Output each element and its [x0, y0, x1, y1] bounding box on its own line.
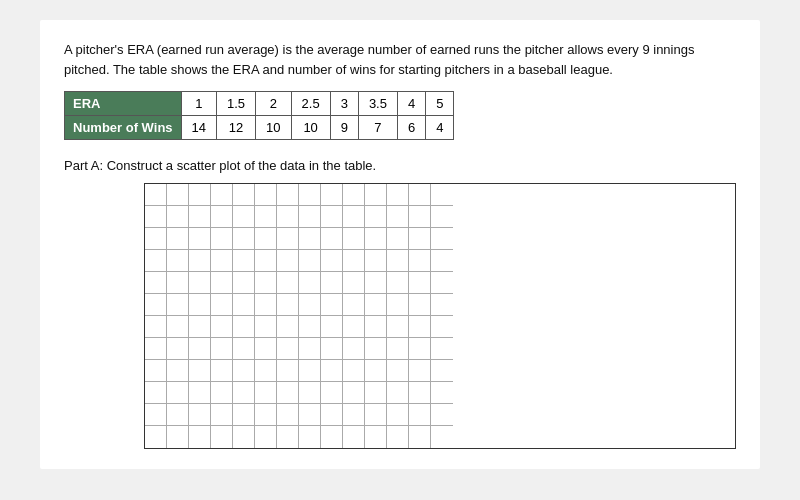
grid-cell	[167, 338, 189, 360]
grid-cell	[189, 316, 211, 338]
grid-cell	[189, 382, 211, 404]
grid-cell	[387, 338, 409, 360]
grid-cell	[167, 360, 189, 382]
wins-val-5: 9	[330, 116, 358, 140]
grid-cell	[167, 184, 189, 206]
wins-val-4: 10	[291, 116, 330, 140]
scatter-plot-grid	[144, 183, 736, 449]
grid-cell	[431, 338, 453, 360]
grid-cell	[167, 206, 189, 228]
wins-val-2: 12	[217, 116, 256, 140]
grid-cell	[321, 206, 343, 228]
grid-cell	[409, 338, 431, 360]
grid-cell	[409, 184, 431, 206]
grid-cell	[211, 404, 233, 426]
grid-cell	[255, 426, 277, 448]
grid-cell	[387, 184, 409, 206]
grid-cell	[409, 404, 431, 426]
grid-cell	[409, 360, 431, 382]
grid-cell	[321, 294, 343, 316]
grid-cell	[277, 404, 299, 426]
grid-cell	[409, 316, 431, 338]
grid-cell	[167, 250, 189, 272]
grid-cell	[211, 250, 233, 272]
grid-cell	[431, 228, 453, 250]
grid-cell	[189, 206, 211, 228]
grid-cell	[409, 294, 431, 316]
grid-cell	[387, 426, 409, 448]
grid-cell	[145, 272, 167, 294]
grid-cell	[277, 184, 299, 206]
grid-cell	[299, 294, 321, 316]
grid-cell	[277, 250, 299, 272]
grid-cell	[167, 228, 189, 250]
grid-cell	[299, 316, 321, 338]
grid-cell	[299, 250, 321, 272]
grid-cell	[277, 294, 299, 316]
grid-cell	[409, 382, 431, 404]
grid-cell	[277, 206, 299, 228]
grid-cell	[255, 404, 277, 426]
grid-cell	[255, 360, 277, 382]
grid-cell	[343, 250, 365, 272]
grid-cell	[431, 316, 453, 338]
grid-cell	[255, 228, 277, 250]
era-header: ERA	[65, 92, 182, 116]
era-val-4: 2.5	[291, 92, 330, 116]
grid-cell	[387, 250, 409, 272]
grid-cell	[189, 272, 211, 294]
grid-cell	[255, 206, 277, 228]
grid-cell	[431, 426, 453, 448]
grid-cell	[233, 426, 255, 448]
grid-cell	[211, 426, 233, 448]
grid-cell	[343, 426, 365, 448]
grid-cell	[431, 206, 453, 228]
grid-cell	[343, 294, 365, 316]
grid-cell	[365, 404, 387, 426]
grid-cell	[321, 426, 343, 448]
grid-cell	[387, 316, 409, 338]
grid-cell	[321, 404, 343, 426]
grid-cell	[343, 382, 365, 404]
table-row-wins: Number of Wins 14 12 10 10 9 7 6 4	[65, 116, 454, 140]
grid-cell	[431, 404, 453, 426]
grid-cell	[343, 360, 365, 382]
grid-cell	[365, 250, 387, 272]
grid-cell	[299, 404, 321, 426]
grid-cell	[277, 228, 299, 250]
grid-cell	[233, 206, 255, 228]
grid-cell	[145, 382, 167, 404]
grid-cell	[431, 360, 453, 382]
grid-cell	[365, 184, 387, 206]
grid-cell	[321, 360, 343, 382]
grid-cell	[189, 338, 211, 360]
grid-cell	[343, 404, 365, 426]
part-a-label: Part A: Construct a scatter plot of the …	[64, 158, 736, 173]
table-row-era: ERA 1 1.5 2 2.5 3 3.5 4 5	[65, 92, 454, 116]
grid-cell	[189, 426, 211, 448]
grid-cell	[255, 382, 277, 404]
grid-cell	[255, 294, 277, 316]
grid-cell	[321, 272, 343, 294]
grid-cell	[387, 382, 409, 404]
era-val-1: 1	[181, 92, 216, 116]
intro-text: A pitcher's ERA (earned run average) is …	[64, 40, 736, 79]
grid-cell	[365, 360, 387, 382]
grid-cell	[255, 316, 277, 338]
page: A pitcher's ERA (earned run average) is …	[40, 20, 760, 469]
grid-cell	[409, 272, 431, 294]
grid-cell	[321, 250, 343, 272]
grid-cell	[211, 228, 233, 250]
grid-cell	[255, 338, 277, 360]
grid-cell	[167, 404, 189, 426]
grid-cell	[277, 426, 299, 448]
era-val-7: 4	[397, 92, 425, 116]
wins-val-7: 6	[397, 116, 425, 140]
grid-cell	[365, 294, 387, 316]
grid-cell	[233, 228, 255, 250]
grid-cell	[431, 294, 453, 316]
grid-cell	[321, 316, 343, 338]
grid-cell	[321, 382, 343, 404]
grid-cell	[167, 316, 189, 338]
grid-cell	[189, 250, 211, 272]
